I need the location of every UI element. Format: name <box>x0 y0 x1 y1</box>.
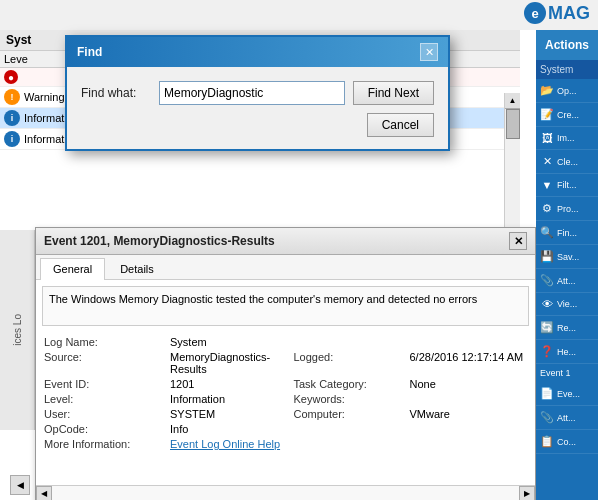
action-import[interactable]: 🖼 Im... <box>536 127 598 150</box>
action-find[interactable]: 🔍 Fin... <box>536 221 598 245</box>
event-description: The Windows Memory Diagnostic tested the… <box>42 286 529 326</box>
action-open-label: Op... <box>557 86 577 96</box>
action-properties-label: Pro... <box>557 204 579 214</box>
event-id-value: 1201 <box>170 378 288 390</box>
find-cancel-button[interactable]: Cancel <box>367 113 434 137</box>
actions-header: Actions <box>536 30 598 60</box>
save-icon: 💾 <box>540 250 554 263</box>
task-cat-label: Task Category: <box>294 378 404 390</box>
event-detail-header: Event 1201, MemoryDiagnostics-Results ✕ <box>36 228 535 255</box>
logged-label <box>294 336 404 348</box>
help-icon: ❓ <box>540 345 554 358</box>
action-event-attach[interactable]: 📎 Att... <box>536 406 598 430</box>
event-id-label: Event ID: <box>44 378 164 390</box>
log-name-label: Log Name: <box>44 336 164 348</box>
emag-logo: e MAG <box>524 2 590 24</box>
refresh-icon: 🔄 <box>540 321 554 334</box>
action-attach[interactable]: 📎 Att... <box>536 269 598 293</box>
view-icon: 👁 <box>540 298 554 310</box>
more-info-link[interactable]: Event Log Online Help <box>170 438 288 450</box>
computer-value: VMware <box>410 408 528 420</box>
find-dialog-close-button[interactable]: ✕ <box>420 43 438 61</box>
action-copy-label: Co... <box>557 437 576 447</box>
event-detail-close-button[interactable]: ✕ <box>509 232 527 250</box>
computer-label: Computer: <box>294 408 404 420</box>
find-next-button[interactable]: Find Next <box>353 81 434 105</box>
opcode-value: Info <box>170 423 288 435</box>
keywords-value <box>410 393 528 405</box>
level-value: Information <box>170 393 288 405</box>
scroll-thumb[interactable] <box>506 109 520 139</box>
event-properties-grid: Log Name: System Source: MemoryDiagnosti… <box>42 336 529 450</box>
find-what-input[interactable] <box>159 81 345 105</box>
find-dialog-header: Find ✕ <box>67 37 448 67</box>
scroll-right-arrow[interactable]: ▶ <box>519 486 535 501</box>
action-import-label: Im... <box>557 133 575 143</box>
event-tabs: General Details <box>36 255 535 280</box>
action-save[interactable]: 💾 Sav... <box>536 245 598 269</box>
logged-value-placeholder <box>410 336 528 348</box>
source-label: Source: <box>44 351 164 375</box>
create-icon: 📝 <box>540 108 554 121</box>
action-help-label: He... <box>557 347 576 357</box>
bottom-nav-button[interactable]: ◀ <box>10 475 30 495</box>
event-horizontal-scrollbar[interactable]: ◀ ▶ <box>36 485 535 500</box>
event1-section: Event 1 <box>536 364 598 382</box>
logged-value: 6/28/2016 12:17:14 AM <box>410 351 528 375</box>
info-icon-1: i <box>4 110 20 126</box>
action-clear[interactable]: ✕ Cle... <box>536 150 598 174</box>
actions-system-section: System <box>536 60 598 79</box>
error-icon: ● <box>4 70 18 84</box>
action-create-label: Cre... <box>557 110 579 120</box>
copy-icon: 📋 <box>540 435 554 448</box>
action-view[interactable]: 👁 Vie... <box>536 293 598 316</box>
action-attach-label: Att... <box>557 276 576 286</box>
tab-general[interactable]: General <box>40 258 105 280</box>
keywords-label: Keywords: <box>294 393 404 405</box>
action-filter-label: Filt... <box>557 180 577 190</box>
user-value: SYSTEM <box>170 408 288 420</box>
more-info-label: More Information: <box>44 438 164 450</box>
find-dialog-body: Find what: Find Next Cancel <box>67 67 448 149</box>
find-dialog: Find ✕ Find what: Find Next Cancel <box>65 35 450 151</box>
action-event-attach-label: Att... <box>557 413 576 423</box>
open-icon: 📂 <box>540 84 554 97</box>
action-open[interactable]: 📂 Op... <box>536 79 598 103</box>
event-detail-panel: Event 1201, MemoryDiagnostics-Results ✕ … <box>35 227 536 500</box>
info-icon-2: i <box>4 131 20 147</box>
find-what-label: Find what: <box>81 86 151 100</box>
event-general-content: The Windows Memory Diagnostic tested the… <box>36 280 535 495</box>
action-event-detail[interactable]: 📄 Eve... <box>536 382 598 406</box>
find-icon: 🔍 <box>540 226 554 239</box>
source-value: MemoryDiagnostics-Results <box>170 351 288 375</box>
scroll-left-arrow[interactable]: ◀ <box>36 486 52 501</box>
action-refresh[interactable]: 🔄 Re... <box>536 316 598 340</box>
task-cat-value: None <box>410 378 528 390</box>
scroll-up-arrow[interactable]: ▲ <box>505 93 520 109</box>
action-find-label: Fin... <box>557 228 577 238</box>
log-name-value: System <box>170 336 288 348</box>
action-filter[interactable]: ▼ Filt... <box>536 174 598 197</box>
find-input-row: Find what: Find Next <box>81 81 434 105</box>
event-detail-title: Event 1201, MemoryDiagnostics-Results <box>44 234 275 248</box>
action-save-label: Sav... <box>557 252 579 262</box>
scroll-track[interactable] <box>52 486 519 500</box>
attach-icon: 📎 <box>540 274 554 287</box>
emag-text: MAG <box>548 3 590 24</box>
action-help[interactable]: ❓ He... <box>536 340 598 364</box>
emag-e-circle: e <box>524 2 546 24</box>
action-copy[interactable]: 📋 Co... <box>536 430 598 454</box>
warning-icon: ! <box>4 89 20 105</box>
action-refresh-label: Re... <box>557 323 576 333</box>
logged-label2: Logged: <box>294 351 404 375</box>
action-properties[interactable]: ⚙ Pro... <box>536 197 598 221</box>
find-cancel-row: Cancel <box>81 113 434 137</box>
event-detail-icon: 📄 <box>540 387 554 400</box>
left-side-panel: ices Lo <box>0 230 35 430</box>
tab-details[interactable]: Details <box>107 258 167 279</box>
level-label: Level: <box>44 393 164 405</box>
clear-icon: ✕ <box>540 155 554 168</box>
action-create[interactable]: 📝 Cre... <box>536 103 598 127</box>
filter-icon: ▼ <box>540 179 554 191</box>
find-dialog-title: Find <box>77 45 102 59</box>
